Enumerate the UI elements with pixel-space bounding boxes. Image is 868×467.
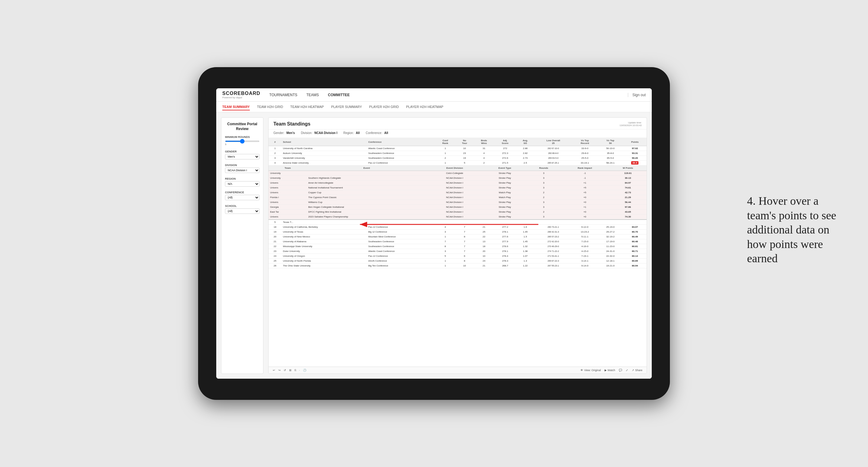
cell-points[interactable]: 90.20 [623,156,647,161]
exp-rank-impact: +5 [560,185,609,190]
table-row[interactable]: 26 The Ohio State University Big Ten Con… [269,263,647,268]
sign-out-button[interactable]: Sign out [628,93,646,97]
undo-button[interactable]: ↩ [273,369,275,372]
expanded-table-row: University Celct-Collegiate Stroke Play … [269,171,647,176]
table-row[interactable]: 20 University of New Mexico Mountain Wes… [269,235,647,239]
cell-points[interactable]: 97.02 [623,146,647,151]
table-row[interactable]: 4 Arizona State University Pac-12 Confer… [269,161,647,165]
cell-points[interactable]: 80.48 [623,239,647,244]
cell-no-tour: 7 [456,244,474,249]
share-label: Share [635,369,642,372]
table-row[interactable]: 21 University of Alabama Southeastern Co… [269,239,647,244]
school-select[interactable]: (All) [225,208,259,214]
col-rank: # [269,138,281,146]
cell-avg-sg: 1.38 [516,249,534,254]
cell-points[interactable]: 80.89 [623,259,647,263]
redo-button[interactable]: ↪ [278,369,281,372]
nav-committee[interactable]: COMMITTEE [328,92,350,98]
watch-button[interactable]: ▶ Watch [604,369,615,372]
standings-title: Team Standings [273,121,310,127]
cell-vs-top-50: 32-19-2 [598,235,623,239]
subnav-player-summary[interactable]: PLAYER SUMMARY [331,104,362,110]
cell-bnds-wins: 21 [474,263,494,268]
expanded-col-header: Team [269,165,307,171]
subnav-team-h2h-heatmap[interactable]: TEAM H2H HEATMAP [290,104,324,110]
watch-label: Watch [608,369,615,372]
cell-no-tour: 7 [456,239,474,244]
conference-select[interactable]: (All) [225,195,259,200]
table-row[interactable]: 3 Vanderbilt University Southeastern Con… [269,156,647,161]
exp-division: NCAA Division I [427,195,483,200]
cell-rank: 1 [269,146,281,151]
gender-select[interactable]: Men's Women's [225,154,259,159]
cell-no-tour: 7 [456,225,474,229]
nav-tournaments[interactable]: TOURNAMENTS [270,92,297,98]
exp-division: NCAA Division I [427,200,483,205]
expand-button[interactable]: ⤢ [626,369,628,372]
grid-button[interactable]: ⊞ [289,369,291,372]
cell-points[interactable]: 89.5 [623,161,647,165]
cell-low-overall: 265 87-25-1 [534,161,572,165]
division-select[interactable]: NCAA Division I NCAA Division II NCAA Di… [225,167,259,173]
cell-points[interactable]: 80.70 [623,229,647,235]
table-row[interactable]: 18 University of California, Berkeley Pa… [269,225,647,229]
exp-rank-impact: +0 [560,210,609,214]
filter-conference-display: Conference: All [366,131,388,134]
cell-adj-score: 271.5 [494,161,516,165]
cell-conf-rank [435,220,455,225]
col-bnds-wins: BndsWins [474,138,494,146]
cell-bnds-wins: 22 [474,235,494,239]
view-original-button[interactable]: 👁 View: Original [580,369,601,372]
cell-rank: 24 [269,254,281,259]
min-rounds-slider[interactable] [225,141,259,142]
table-row[interactable]: 22 Mississippi State University Southeas… [269,244,647,249]
table-row[interactable]: 23 Duke University Atlantic Coast Confer… [269,249,647,254]
filter-division: Division NCAA Division I NCAA Division I… [225,164,259,173]
subnav-team-summary[interactable]: TEAM SUMMARY [222,104,250,111]
subnav-player-h2h-heatmap[interactable]: PLAYER H2H HEATMAP [406,104,443,110]
share-button[interactable]: ↗ Share [632,369,642,372]
region-select[interactable]: N/A All [225,181,259,187]
cell-avg-sg: 2.86 [516,146,534,151]
cell-points[interactable]: 93.31 [623,151,647,156]
cell-no-tour: 8 [456,235,474,239]
watch-icon: ▶ [604,369,607,372]
clock-button[interactable]: 🕐 [303,369,306,372]
cell-vs-top-rec: 3-14-1 [572,259,598,263]
table-row[interactable]: 24 University of Oregon Pac-12 Conferenc… [269,254,647,259]
cell-avg-sg: 1.6 [516,225,534,229]
cell-conference: Southeastern Conference [367,244,435,249]
cell-school: Texas T... [281,220,367,225]
filter-min-rounds: Minimum Rounds 5 [225,135,259,146]
table-row[interactable]: 5 Texas T... [269,220,647,225]
annotation-text: 4. Hover over a team's points to see add… [747,194,850,266]
cell-bnds-wins: 4 [474,156,494,161]
table-row[interactable]: 25 University of North Florida ASUN Conf… [269,259,647,263]
cell-points[interactable]: 80.14 [623,254,647,259]
cell-low-overall: 272 42-20-0 [534,239,572,244]
cell-points[interactable]: 80.94 [623,263,647,268]
reset-button[interactable]: ↺ [284,369,286,372]
exp-team: Florida I [269,195,307,200]
subnav-team-h2h-grid[interactable]: TEAM H2H GRID [257,104,283,110]
table-row[interactable]: 19 University of Texas Big 12 Conference… [269,229,647,235]
cell-conference: Pac-12 Conference [367,225,435,229]
subnav-player-h2h-grid[interactable]: PLAYER H2H GRID [369,104,399,110]
cell-points[interactable]: 80.71 [623,249,647,254]
cell-vs-top-50 [598,220,623,225]
table-row[interactable]: 1 University of North Carolina Atlantic … [269,146,647,151]
cell-points[interactable]: 80.81 [623,244,647,249]
copy-button[interactable]: ⎘ [294,369,296,372]
cell-avg-sg: 1.3 [516,259,534,263]
cell-points[interactable]: 80.49 [623,235,647,239]
table-row[interactable]: 2 Auburn University Southeastern Confere… [269,151,647,156]
nav-teams[interactable]: TEAMS [306,92,319,98]
cell-school: Auburn University [281,151,367,156]
exp-points: 97.86 [609,205,647,210]
cell-points[interactable] [623,220,647,225]
exp-type: Stroke Play [483,185,527,190]
comment-button[interactable]: 💬 [619,369,622,372]
cell-points[interactable]: 83.07 [623,225,647,229]
cell-school: University of Texas [281,229,367,235]
cell-vs-top-50: 35-8-0 [598,151,623,156]
